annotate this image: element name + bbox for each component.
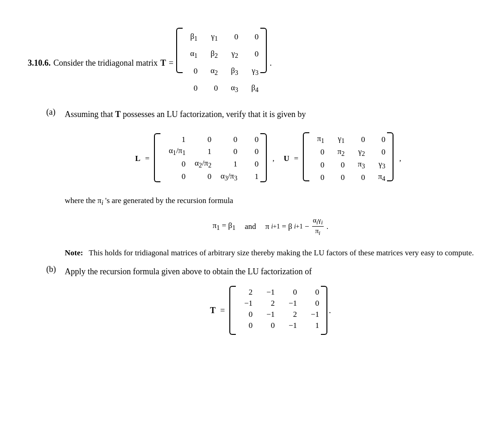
U-row-1: π1 γ1 0 0 (311, 134, 385, 145)
U-equals: = (294, 154, 299, 163)
L-cell-31: 0 (193, 172, 211, 181)
pi-next-formula: πi+1 = βi+1 − αiγi πi . (265, 216, 328, 237)
T-cell-11: β2 (205, 47, 218, 62)
T-b-paren-right (321, 286, 327, 335)
recursion-fraction: αiγi πi (312, 216, 324, 237)
T-b-row-2: −1 2 −1 0 (238, 299, 319, 308)
U-cell-33: π4 (372, 172, 385, 183)
T-equals-b: = (220, 306, 225, 315)
fraction-numerator: αiγi (312, 216, 324, 227)
L-cell-03: 0 (245, 135, 258, 144)
L-cell-20: 0 (162, 160, 185, 169)
U-cell-10: 0 (311, 148, 324, 157)
T-b-cell-21: −1 (260, 310, 275, 319)
T-cell-21: α2 (205, 64, 218, 79)
part-b-matrix-display: T = 2 −1 0 0 −1 2 −1 (65, 286, 476, 335)
T-b-cell-22: 2 (282, 310, 297, 319)
U-cell-31: 0 (332, 173, 344, 182)
L-cell-21: α2/π2 (193, 159, 211, 169)
T-b-cell-30: 0 (238, 321, 252, 330)
L-row-2: α1/π1 1 0 0 (162, 146, 258, 157)
L-cell-23: 0 (245, 160, 258, 169)
U-label: U (284, 154, 289, 163)
U-cell-03: 0 (372, 135, 385, 144)
recursion-period: . (326, 222, 328, 231)
L-paren-left (154, 133, 160, 182)
T-b-cell-00: 2 (238, 288, 252, 297)
T-matrix: β1 γ1 0 0 α1 β2 γ2 0 0 α2 β3 γ3 (176, 28, 267, 98)
T-paren-left (176, 28, 183, 73)
L-label: L (135, 154, 140, 163)
T-cell-12: γ2 (225, 47, 238, 62)
L-cell-00: 1 (162, 135, 185, 144)
T-b-matrix: 2 −1 0 0 −1 2 −1 0 0 − (229, 286, 327, 335)
U-cell-22: π3 (352, 160, 365, 170)
part-b-label: (b) (46, 265, 60, 274)
L-cell-22: 1 (219, 160, 237, 169)
U-cell-11: π2 (332, 147, 344, 158)
T-cell-00: β1 (184, 30, 197, 45)
note-block: Note: This holds for tridiagonal matrice… (65, 247, 476, 259)
T-paren-right (260, 28, 267, 73)
T-matrix-rows: β1 γ1 0 0 α1 β2 γ2 0 0 α2 β3 γ3 (184, 28, 258, 98)
T-cell-31: 0 (205, 81, 218, 96)
U-cell-01: γ1 (332, 134, 344, 145)
T-cell-01: γ1 (205, 30, 218, 45)
T-b-cell-10: −1 (238, 299, 252, 308)
T-b-paren-left (229, 286, 236, 335)
T-b-cell-12: −1 (282, 299, 297, 308)
L-cell-13: 0 (245, 147, 258, 156)
T-cell-02: 0 (225, 30, 238, 44)
U-cell-20: 0 (311, 160, 324, 170)
where-line: where the πi 's are generated by the rec… (65, 196, 476, 207)
L-row-4: 0 0 α3/π3 1 (162, 172, 258, 182)
L-row-3: 0 α2/π2 1 0 (162, 159, 258, 169)
T-row-1: β1 γ1 0 0 (184, 30, 258, 45)
equals-header: = (169, 56, 173, 70)
T-cell-03: 0 (246, 30, 258, 44)
T-b-cell-03: 0 (304, 288, 319, 297)
T-b-cell-32: −1 (282, 321, 297, 330)
U-cell-13: 0 (372, 148, 385, 157)
T-b-cell-13: 0 (304, 299, 319, 308)
T-b-cell-23: −1 (304, 310, 319, 319)
U-cell-12: γ2 (352, 147, 365, 158)
pi1-formula: π1 = β1 (213, 221, 236, 232)
fraction-denominator: πi (314, 227, 321, 237)
part-a-block: (a) Assuming that T possesses an LU fact… (46, 107, 476, 259)
T-label-header: T (160, 56, 166, 70)
T-b-matrix-rows: 2 −1 0 0 −1 2 −1 0 0 − (238, 286, 319, 335)
part-a-label: (a) (46, 107, 60, 117)
U-matrix: π1 γ1 0 0 0 π2 γ2 0 0 (303, 132, 393, 185)
L-paren-right (260, 133, 267, 182)
T-row-2: α1 β2 γ2 0 (184, 47, 258, 62)
T-row-3: 0 α2 β3 γ3 (184, 64, 258, 79)
part-b-content: Apply the recursion formula given above … (65, 265, 476, 335)
U-cell-32: 0 (352, 173, 365, 182)
intro-text: Consider the tridiagonal matrix (54, 56, 158, 70)
part-a-content: Assuming that T possesses an LU factoriz… (65, 107, 476, 259)
LU-comma: , (272, 154, 274, 163)
T-cell-32: α3 (225, 81, 238, 96)
note-label: Note: (65, 248, 83, 257)
T-label-b: T (210, 306, 215, 315)
U-row-3: 0 0 π3 γ3 (311, 160, 385, 170)
L-cell-30: 0 (162, 172, 185, 181)
L-cell-02: 0 (219, 135, 237, 144)
T-row-4: 0 0 α3 β4 (184, 81, 258, 96)
part-b-intro: Apply the recursion formula given above … (65, 265, 476, 279)
T-cell-13: 0 (246, 47, 258, 62)
T-b-row-3: 0 −1 2 −1 (238, 310, 319, 319)
T-b-row-1: 2 −1 0 0 (238, 288, 319, 297)
T-ref-a: T (115, 110, 121, 119)
and-text: and (245, 222, 256, 231)
header-period: . (270, 56, 272, 70)
L-cell-10: α1/π1 (162, 146, 185, 157)
L-cell-33: 1 (245, 172, 258, 181)
U-cell-30: 0 (311, 173, 324, 182)
T-cell-10: α1 (184, 47, 197, 62)
recursion-formula: π1 = β1 and πi+1 = βi+1 − αiγi πi . (65, 216, 476, 237)
U-paren-left (303, 132, 309, 181)
lu-equation: L = 1 0 0 0 α1/π1 1 0 (65, 132, 476, 185)
L-cell-11: 1 (193, 147, 211, 156)
